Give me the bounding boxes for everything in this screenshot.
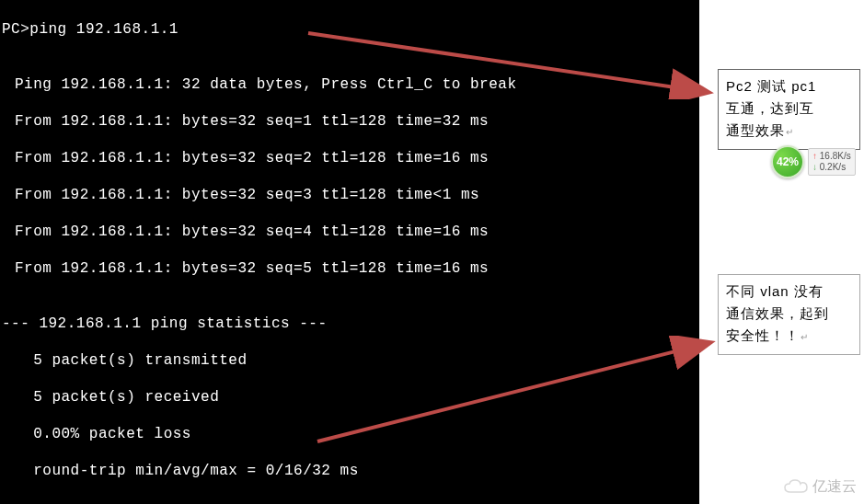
cursor-mark: ↵ [786,127,794,137]
annotation-box-vlan-block: 不同 vlan 没有 通信效果，起到 安全性！！↵ [718,274,860,355]
terminal-line: From 192.168.1.1: bytes=32 seq=2 ttl=128… [15,149,696,167]
cloud-icon [783,479,809,496]
terminal-line: 5 packet(s) transmitted [15,351,696,370]
terminal-line: From 192.168.1.1: bytes=32 seq=4 ttl=128… [15,223,696,241]
terminal-line: From 192.168.1.1: bytes=32 seq=3 ttl=128… [15,186,696,204]
annotation-text: 通型效果 [726,122,785,138]
terminal-line: round-trip min/avg/max = 0/16/32 ms [15,462,696,480]
annotation-text: 不同 vlan 没有 [726,283,824,299]
network-monitor-badge[interactable]: 42% 16.8K/s 0.2K/s [771,145,856,178]
network-speed-stats: 16.8K/s 0.2K/s [808,148,856,176]
terminal-line: From 192.168.1.1: bytes=32 seq=5 ttl=128… [15,259,696,278]
terminal-line: From 192.168.1.1: bytes=32 seq=1 ttl=128… [15,112,696,131]
terminal-stats-header: --- 192.168.1.1 ping statistics --- [2,315,696,333]
network-download-speed: 0.2K/s [812,162,851,173]
watermark: 亿速云 [783,477,857,497]
terminal-prompt: PC>ping 192.168.1.1 [2,20,696,39]
cursor-mark: ↵ [801,332,809,342]
annotation-text: 安全性！！ [726,327,800,343]
annotation-box-ping-success: Pc2 测试 pc1 互通，达到互 通型效果↵ [718,69,860,150]
terminal-line: 5 packet(s) received [15,388,696,407]
network-upload-speed: 16.8K/s [812,151,851,162]
terminal-window[interactable]: PC>ping 192.168.1.1 Ping 192.168.1.1: 32… [0,0,699,504]
terminal-line: 0.00% packet loss [15,425,696,443]
network-percent-badge: 42% [771,145,804,178]
annotation-text: 互通，达到互 [726,100,814,116]
annotation-text: Pc2 测试 pc1 [726,78,816,94]
watermark-text: 亿速云 [812,477,857,497]
terminal-ping1-header: Ping 192.168.1.1: 32 data bytes, Press C… [15,75,696,94]
network-percent-value: 42% [777,155,799,168]
annotation-text: 通信效果，起到 [726,305,829,321]
